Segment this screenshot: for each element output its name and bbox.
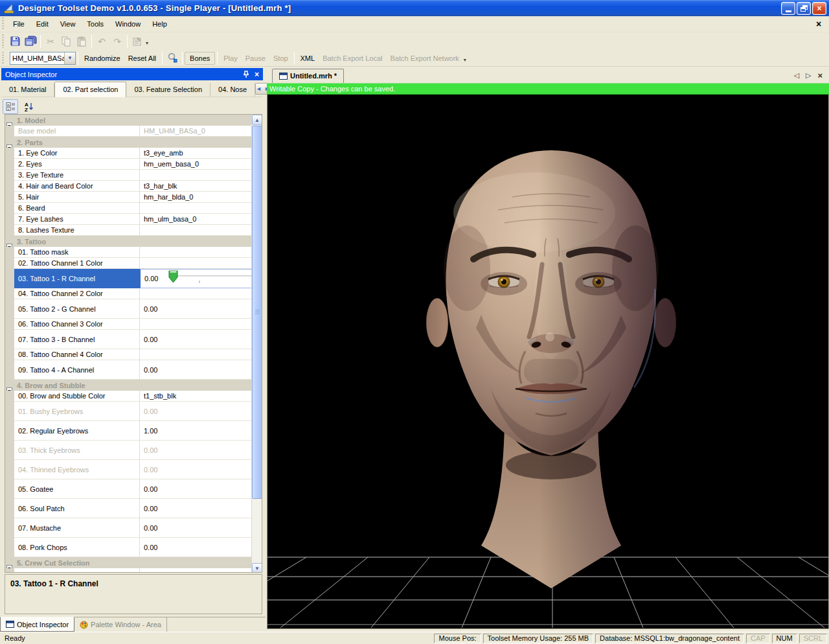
bones-button[interactable]: Bones <box>185 52 215 65</box>
property-row[interactable]: 02. Tattoo Channel 1 Color <box>5 258 251 269</box>
inspector-tab-strip: 01. Material02. Part selection03. Featur… <box>1 81 263 97</box>
inspector-tab-4[interactable]: 04. Nose <box>210 83 255 97</box>
property-row[interactable]: 08. Pork Chops0.00 <box>5 538 251 557</box>
property-row[interactable]: 02. Regular Eyebrows1.00 <box>5 421 251 441</box>
bottom-tab-palette-window-area[interactable]: Palette Window - Area <box>74 617 167 632</box>
pin-icon[interactable] <box>243 71 249 78</box>
randomize-button[interactable]: Randomize <box>80 52 124 65</box>
property-row[interactable]: 5. Hairhm_har_blda_0 <box>5 192 251 203</box>
menu-tools[interactable]: Tools <box>81 17 109 30</box>
property-row[interactable]: 06. Soul Patch0.00 <box>5 499 251 518</box>
category-row[interactable]: −1. Model <box>5 115 251 126</box>
property-row[interactable]: 06. Tattoo Channel 3 Color <box>5 319 251 330</box>
property-grid-scrollbar[interactable]: ▲ ▼ <box>251 115 262 572</box>
property-name: 8. Lashes Texture <box>14 225 139 236</box>
base-model-combobox[interactable]: HM_UHM_BASa_( ▼ <box>10 52 76 65</box>
property-value: t3_har_blk <box>144 182 177 190</box>
property-row[interactable]: 04. Thinned Eyebrows0.00 <box>5 460 251 479</box>
value-slider[interactable] <box>167 270 251 288</box>
properties-icon <box>130 34 145 49</box>
tab-scroll-left-icon[interactable]: ◄ <box>256 86 262 92</box>
property-row[interactable]: 01. Bushy Eyebrows0.00 <box>5 402 251 421</box>
3d-viewport[interactable] <box>267 95 829 629</box>
category-row[interactable]: −4. Brow and Stubble <box>5 380 251 391</box>
scrollbar-thumb[interactable] <box>252 126 262 499</box>
toolbar-grip[interactable] <box>1 34 5 49</box>
alphabetical-sort-icon[interactable]: AZ <box>21 99 36 114</box>
property-grid-toolbar: ++ AZ <box>3 98 36 115</box>
palette-icon <box>80 621 88 629</box>
document-nav-next-icon[interactable]: ▷ <box>806 71 811 80</box>
document-nav-close-icon[interactable]: × <box>817 71 823 80</box>
menu-file[interactable]: File <box>7 17 30 30</box>
property-value: 0.00 <box>144 485 157 493</box>
scroll-up-icon[interactable]: ▲ <box>252 115 262 125</box>
property-row[interactable]: 03. Thick Eyebrows0.00 <box>5 441 251 460</box>
xml-button[interactable]: XML <box>297 52 319 65</box>
menu-help[interactable]: Help <box>146 17 173 30</box>
restore-button[interactable] <box>797 2 811 15</box>
property-row[interactable]: 7. Eye Lasheshm_ulm_basa_0 <box>5 214 251 225</box>
property-row[interactable]: 08. Tattoo Channel 4 Color <box>5 349 251 360</box>
categorized-view-icon[interactable]: ++ <box>3 99 18 114</box>
property-row[interactable]: 6. Beard <box>5 203 251 214</box>
document-nav-prev-icon[interactable]: ◁ <box>793 71 799 80</box>
category-row[interactable]: −2. Parts <box>5 137 251 148</box>
property-value: t1_stb_blk <box>144 392 176 400</box>
property-row[interactable]: 1. Eye Colort3_eye_amb <box>5 148 251 159</box>
property-row[interactable]: 01. Tattoo mask <box>5 247 251 258</box>
menu-window[interactable]: Window <box>109 17 146 30</box>
inspector-tab-1[interactable]: 01. Material <box>1 83 54 97</box>
category-row[interactable]: −3. Tattoo <box>5 236 251 247</box>
property-value: hm_har_blda_0 <box>144 193 193 201</box>
property-name: 3. Eye Texture <box>14 170 139 181</box>
menu-view[interactable]: View <box>54 17 82 30</box>
menu-bar: FileEditViewToolsWindowHelp × <box>0 16 829 32</box>
property-row[interactable]: 07. Tattoo 3 - B Channel0.00 <box>5 330 251 349</box>
reset-all-button[interactable]: Reset All <box>124 52 160 65</box>
toolbar-grip[interactable] <box>1 52 5 65</box>
magnifier-icon[interactable] <box>165 51 180 65</box>
minimize-button[interactable] <box>781 2 795 15</box>
property-value: hm_uem_basa_0 <box>144 160 199 168</box>
scroll-down-icon[interactable]: ▼ <box>252 563 262 573</box>
toolbar-grip[interactable] <box>1 17 5 30</box>
save-icon[interactable] <box>7 34 23 49</box>
toolbar-overflow-icon[interactable]: ▾ <box>463 53 468 63</box>
property-name: 06. Tattoo Channel 3 Color <box>14 319 139 330</box>
property-value: 0.00 <box>144 305 157 313</box>
inspector-tab-3[interactable]: 03. Feature Selection <box>126 83 210 97</box>
save-all-icon[interactable] <box>23 34 38 49</box>
document-close-icon[interactable]: × <box>813 19 824 29</box>
property-row[interactable]: 4. Hair and Beard Colort3_har_blk <box>5 181 251 192</box>
panel-bottom-tabs: Object InspectorPalette Window - Area <box>0 617 266 632</box>
property-value: 0.00 <box>144 466 157 474</box>
property-value[interactable]: 0.00 <box>144 275 158 282</box>
document-tab[interactable]: Untitled.mrh * <box>272 69 344 83</box>
category-row[interactable]: −5. Crew Cut Selection <box>5 557 251 568</box>
property-row[interactable]: 05. Tattoo 2 - G Channel0.00 <box>5 299 251 319</box>
property-name: 05. Goatee <box>14 479 139 499</box>
property-row[interactable]: 03. Tattoo 1 - R Channel0.00 <box>5 269 251 288</box>
property-name <box>14 568 139 573</box>
toolbar-overflow-icon[interactable]: ▾ <box>145 36 150 46</box>
property-row[interactable]: Base modelHM_UHM_BASa_0 <box>5 126 251 137</box>
category-label: 4. Brow and Stubble <box>14 382 85 389</box>
property-row[interactable]: 04. Tattoo Channel 2 Color <box>5 288 251 299</box>
property-row[interactable]: 3. Eye Texture <box>5 170 251 181</box>
property-row[interactable] <box>5 568 251 573</box>
bottom-tab-object-inspector[interactable]: Object Inspector <box>0 617 74 632</box>
chevron-down-icon[interactable]: ▼ <box>64 52 75 64</box>
property-row[interactable]: 2. Eyeshm_uem_basa_0 <box>5 159 251 170</box>
property-row[interactable]: 09. Tattoo 4 - A Channel0.00 <box>5 360 251 380</box>
menu-edit[interactable]: Edit <box>30 17 54 30</box>
property-row[interactable]: 07. Mustache0.00 <box>5 518 251 538</box>
panel-close-icon[interactable]: × <box>255 70 259 79</box>
inspector-tab-2[interactable]: 02. Part selection <box>54 82 126 97</box>
property-row[interactable]: 8. Lashes Texture <box>5 225 251 236</box>
close-button[interactable]: × <box>812 2 826 15</box>
property-name: 06. Soul Patch <box>14 499 139 518</box>
property-value: 0.00 <box>144 408 157 415</box>
property-row[interactable]: 05. Goatee0.00 <box>5 479 251 499</box>
property-row[interactable]: 00. Brow and Stubble Colort1_stb_blk <box>5 391 251 402</box>
